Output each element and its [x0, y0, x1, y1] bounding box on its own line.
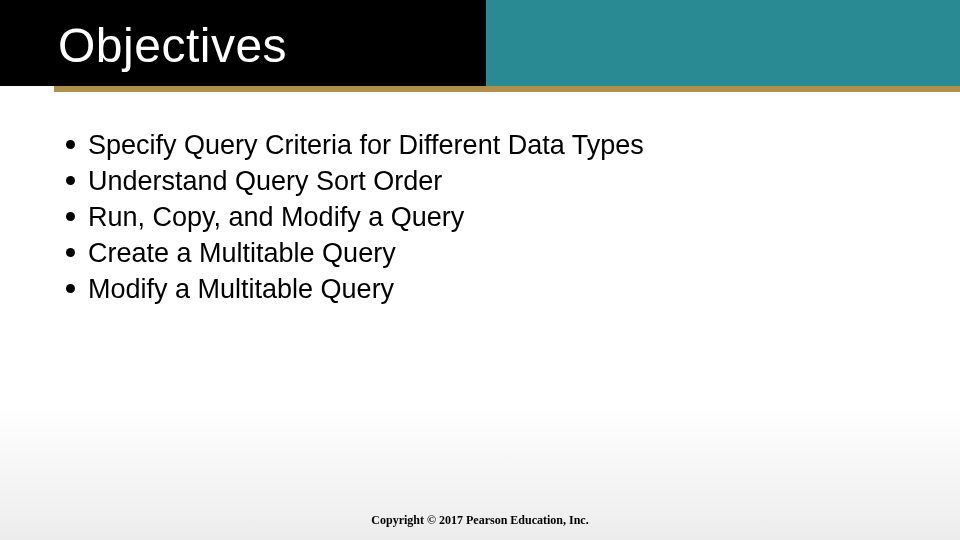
list-item: Specify Query Criteria for Different Dat… — [66, 128, 910, 163]
list-item: Modify a Multitable Query — [66, 272, 910, 307]
list-item: Run, Copy, and Modify a Query — [66, 200, 910, 235]
slide-title: Objectives — [58, 18, 287, 73]
list-item: Understand Query Sort Order — [66, 164, 910, 199]
title-underline — [54, 86, 960, 92]
objective-list: Specify Query Criteria for Different Dat… — [66, 128, 910, 308]
copyright-text: Copyright © 2017 Pearson Education, Inc. — [0, 513, 960, 528]
list-item: Create a Multitable Query — [66, 236, 910, 271]
